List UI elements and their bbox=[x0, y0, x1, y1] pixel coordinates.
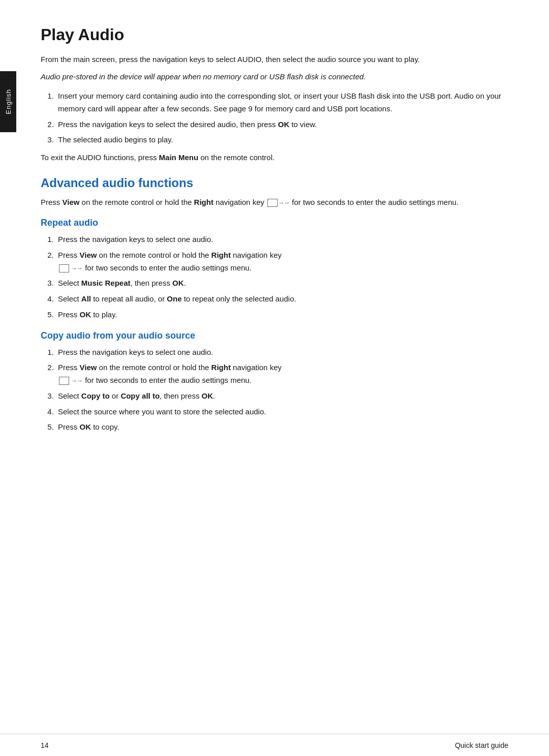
double-arrow-icon: →→ bbox=[278, 198, 289, 208]
play-step-2: Press the navigation keys to select the … bbox=[56, 118, 508, 131]
play-step-1: Insert your memory card containing audio… bbox=[56, 90, 508, 115]
repeat-step-5: Press OK to play. bbox=[56, 309, 508, 321]
side-language-label: English bbox=[5, 89, 12, 114]
repeat-double-arrow-icon: →→ bbox=[71, 263, 82, 274]
repeat-step-2: Press View on the remote control or hold… bbox=[56, 249, 508, 275]
play-step-3: The selected audio begins to play. bbox=[56, 134, 508, 146]
advanced-intro: Press View on the remote control or hold… bbox=[41, 196, 508, 208]
repeat-audio-steps-list: Press the navigation keys to select one … bbox=[56, 233, 508, 321]
copy-nav-icon: →→ bbox=[59, 375, 82, 386]
repeat-step-3: Select Music Repeat, then press OK. bbox=[56, 277, 508, 290]
page-container: English Play Audio From the main screen,… bbox=[0, 0, 549, 756]
copy-double-arrow-icon: →→ bbox=[71, 375, 82, 386]
exit-note: To exit the AUDIO functions, press Main … bbox=[41, 152, 508, 164]
page-title: Play Audio bbox=[41, 25, 508, 44]
intro-paragraph-italic: Audio pre-stored in the device will appe… bbox=[41, 71, 508, 83]
copy-step-5: Press OK to copy. bbox=[56, 421, 508, 434]
main-content: Play Audio From the main screen, press t… bbox=[41, 25, 508, 725]
repeat-grid-icon bbox=[59, 264, 69, 273]
copy-grid-icon bbox=[59, 377, 69, 385]
nav-icon-inline: →→ bbox=[267, 198, 289, 208]
repeat-nav-icon: →→ bbox=[59, 263, 82, 274]
advanced-audio-heading: Advanced audio functions bbox=[41, 176, 508, 190]
repeat-step-1: Press the navigation keys to select one … bbox=[56, 233, 508, 246]
copy-audio-steps-list: Press the navigation keys to select one … bbox=[56, 346, 508, 434]
page-footer: 14 Quick start guide bbox=[0, 734, 549, 756]
intro-paragraph-1: From the main screen, press the navigati… bbox=[41, 53, 508, 66]
copy-step-2: Press View on the remote control or hold… bbox=[56, 361, 508, 387]
copy-audio-heading: Copy audio from your audio source bbox=[41, 330, 508, 341]
footer-page-number: 14 bbox=[41, 741, 49, 749]
repeat-audio-heading: Repeat audio bbox=[41, 218, 508, 228]
footer-guide-title: Quick start guide bbox=[455, 741, 508, 749]
repeat-step-4: Select All to repeat all audio, or One t… bbox=[56, 293, 508, 306]
copy-step-4: Select the source where you want to stor… bbox=[56, 406, 508, 418]
copy-step-1: Press the navigation keys to select one … bbox=[56, 346, 508, 359]
grid-icon bbox=[267, 199, 278, 207]
side-language-tab: English bbox=[0, 71, 16, 132]
play-steps-list: Insert your memory card containing audio… bbox=[56, 90, 508, 146]
copy-step-3: Select Copy to or Copy all to, then pres… bbox=[56, 390, 508, 403]
